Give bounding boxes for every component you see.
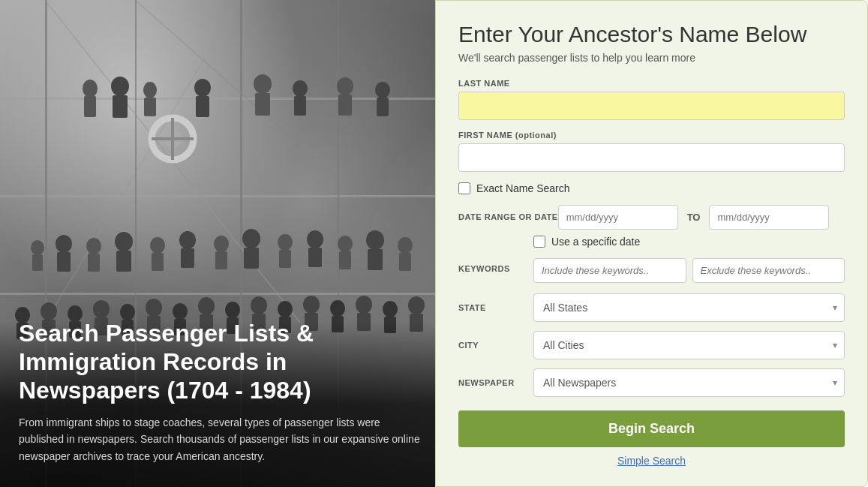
background-photo: Search Passenger Lists & Immigration Rec… — [0, 0, 435, 487]
svg-point-11 — [254, 74, 272, 94]
svg-point-75 — [356, 296, 372, 314]
svg-point-33 — [179, 231, 196, 249]
svg-point-41 — [307, 230, 323, 248]
newspaper-select[interactable]: All Newspapers — [533, 368, 845, 397]
svg-point-39 — [278, 234, 293, 251]
svg-rect-16 — [338, 95, 352, 116]
svg-rect-46 — [368, 249, 383, 270]
svg-rect-26 — [57, 252, 71, 272]
form-subtitle: We'll search passenger lists to help you… — [458, 52, 845, 64]
last-name-label: LAST NAME — [458, 79, 845, 88]
date-range-row: DATE RANGE OR DATE TO — [458, 205, 845, 230]
date-range-label: DATE RANGE OR DATE — [458, 212, 558, 222]
svg-point-69 — [278, 301, 293, 317]
svg-point-61 — [173, 303, 188, 320]
specific-date-label: Use a specific date — [551, 236, 640, 248]
city-row: CITY All Cities ▾ — [458, 331, 845, 359]
state-label: STATE — [458, 303, 533, 312]
svg-point-37 — [242, 229, 260, 248]
last-name-input[interactable] — [458, 92, 845, 120]
hero-panel: Search Passenger Lists & Immigration Rec… — [0, 0, 435, 487]
svg-point-7 — [143, 82, 157, 98]
svg-rect-32 — [152, 253, 164, 271]
hero-title: Search Passenger Lists & Immigration Rec… — [19, 319, 420, 405]
exclude-keywords-input[interactable] — [692, 258, 845, 283]
include-keywords-input[interactable] — [533, 258, 686, 283]
svg-point-73 — [330, 300, 345, 317]
newspaper-row: NEWSPAPER All Newspapers ▾ — [458, 368, 845, 397]
svg-point-27 — [86, 238, 101, 254]
state-select-wrapper: All States Alabama Alaska Arizona Arkans… — [533, 293, 845, 322]
simple-search-link[interactable]: Simple Search — [458, 455, 845, 467]
svg-rect-10 — [196, 96, 209, 117]
svg-rect-12 — [255, 93, 270, 116]
svg-point-45 — [366, 230, 384, 250]
city-select-wrapper: All Cities ▾ — [533, 331, 845, 359]
svg-point-23 — [31, 240, 44, 255]
specific-date-row: Use a specific date — [533, 236, 845, 248]
svg-line-1 — [45, 0, 240, 323]
first-name-group: FIRST NAME (optional) — [458, 131, 845, 172]
form-title: Enter Your Ancestor's Name Below — [458, 22, 845, 47]
state-row: STATE All States Alabama Alaska Arizona … — [458, 293, 845, 322]
first-name-input[interactable] — [458, 143, 845, 172]
last-name-group: LAST NAME — [458, 79, 845, 120]
svg-point-71 — [303, 296, 320, 314]
svg-point-15 — [337, 77, 353, 95]
svg-point-29 — [115, 232, 133, 251]
svg-rect-4 — [84, 96, 96, 117]
svg-point-25 — [56, 235, 72, 253]
state-select[interactable]: All States Alabama Alaska Arizona Arkans… — [533, 293, 845, 322]
city-select[interactable]: All Cities — [533, 331, 845, 359]
keywords-label: KEYWORDS — [458, 258, 533, 273]
svg-rect-44 — [339, 251, 351, 269]
svg-point-13 — [293, 80, 308, 97]
svg-point-17 — [375, 82, 390, 98]
svg-point-5 — [111, 77, 129, 96]
svg-point-9 — [194, 79, 211, 97]
svg-point-77 — [383, 301, 398, 317]
svg-point-59 — [146, 299, 162, 317]
first-name-label: FIRST NAME (optional) — [458, 131, 845, 140]
svg-rect-28 — [88, 254, 100, 272]
svg-point-47 — [398, 237, 413, 254]
svg-point-3 — [83, 80, 98, 98]
search-form-panel: Enter Your Ancestor's Name Below We'll s… — [435, 0, 868, 487]
keywords-row: KEYWORDS — [458, 258, 845, 283]
svg-rect-8 — [144, 98, 156, 116]
svg-point-35 — [214, 236, 229, 252]
hero-description: From immigrant ships to stage coaches, s… — [19, 414, 420, 464]
date-to-input[interactable] — [709, 205, 829, 230]
specific-date-checkbox[interactable] — [533, 236, 545, 248]
svg-point-63 — [198, 297, 215, 315]
svg-point-67 — [251, 296, 267, 314]
svg-rect-42 — [308, 248, 322, 267]
svg-rect-30 — [116, 251, 131, 272]
svg-point-55 — [93, 300, 110, 318]
svg-rect-14 — [294, 96, 306, 116]
svg-rect-6 — [113, 95, 128, 118]
svg-rect-24 — [32, 254, 43, 271]
svg-point-79 — [408, 296, 425, 314]
svg-rect-18 — [377, 98, 389, 116]
exact-name-label: Exact Name Search — [476, 182, 570, 194]
svg-rect-38 — [244, 248, 259, 269]
keywords-inputs — [533, 258, 845, 283]
date-to-separator: TO — [678, 212, 710, 223]
svg-point-31 — [150, 237, 165, 254]
newspaper-label: NEWSPAPER — [458, 378, 533, 387]
svg-point-43 — [338, 236, 353, 252]
exact-name-checkbox[interactable] — [458, 182, 470, 194]
exact-name-row: Exact Name Search — [458, 182, 845, 194]
city-label: CITY — [458, 341, 533, 350]
svg-rect-34 — [181, 248, 194, 268]
hero-text-block: Search Passenger Lists & Immigration Rec… — [19, 319, 420, 464]
date-from-input[interactable] — [558, 205, 678, 230]
newspaper-select-wrapper: All Newspapers ▾ — [533, 368, 845, 397]
svg-point-65 — [225, 302, 240, 318]
svg-rect-40 — [279, 250, 291, 268]
svg-rect-48 — [399, 253, 411, 271]
svg-rect-36 — [215, 251, 227, 269]
begin-search-button[interactable]: Begin Search — [458, 410, 845, 447]
svg-point-51 — [41, 302, 57, 320]
